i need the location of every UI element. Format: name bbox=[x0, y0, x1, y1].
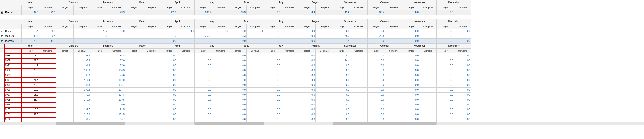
overall-year-compare: 79.5 bbox=[39, 10, 56, 15]
press-item-0098: 0098 23.4 170.9 109.5 0.0 0.0 0.0 0.0 0.… bbox=[0, 98, 644, 102]
press-item-0092: 0092 20.0 135.9 104.3 0.0 0.0 0.0 0.0 0.… bbox=[0, 68, 644, 73]
july-header: July bbox=[264, 0, 298, 5]
overall-expand[interactable]: ⊟ bbox=[0, 10, 4, 15]
presses-expand[interactable]: ⊟ bbox=[0, 39, 4, 44]
press-id-0088: 0088 bbox=[4, 53, 22, 58]
year-header: Year bbox=[4, 0, 56, 5]
january-header: January bbox=[56, 0, 91, 5]
press-item-0089: 0089 22.3 96.8 77.0 0.0 0.0 0.0 0.0 0.0 … bbox=[0, 58, 644, 63]
press-item-0093: 0093 13.8 88.8 76.6 0.0 0.0 0.0 0.0 0.0 … bbox=[0, 73, 644, 78]
april-header: April bbox=[160, 0, 195, 5]
month-header-row: Year January February March April May Ju… bbox=[0, 0, 644, 5]
overall-row: ⊟ Overall 62.3 79.5 73.9 131.3 369.2 13.… bbox=[0, 10, 644, 15]
presses-inner-header-month: Year January February March April May Ju… bbox=[0, 44, 644, 48]
press-item-0101: 0101 32.3 216.0 171.5 0.0 0.0 0.0 0.0 0.… bbox=[0, 112, 644, 117]
other-row: ⊞ Other 9.4 68.5 43.70.0 0.0 0.0 0.00.0 … bbox=[0, 29, 644, 34]
year-compare-col: Compare bbox=[39, 5, 56, 10]
presses-year-header: Year bbox=[4, 44, 56, 48]
other-expand[interactable]: ⊞ bbox=[0, 29, 4, 34]
press-item-0100: 0100 18.8 132.7 92.5 0.0 0.0 0.0 0.0 0.0… bbox=[0, 107, 644, 112]
welders-label: Welders bbox=[4, 34, 22, 39]
press-item-0095: 0095 20.8 133.3 115.7 0.0 0.0 0.0 0.0 0.… bbox=[0, 83, 644, 88]
year-label-col bbox=[4, 5, 22, 10]
overall-year-target: 62.3 bbox=[22, 10, 39, 15]
year-target-col: Target bbox=[22, 5, 39, 10]
august-header: August bbox=[298, 0, 333, 5]
scrollbar-row[interactable] bbox=[0, 122, 644, 125]
press-item-0097: 0097 18.2 0.0 218.8 0.0 0.0 0.0 0.0 0.0 … bbox=[0, 93, 644, 98]
subheader-row: Target Compare TargetCompare TargetCompa… bbox=[0, 5, 644, 10]
press-item-0102: 0102 15.6 91.5 96.7 0.0 0.0 0.0 0.0 0.0 … bbox=[0, 117, 644, 122]
november-header: November bbox=[402, 0, 437, 5]
welders-row: ⊞ Welders 49.4 69.4 65.6 4.2 369.2 13.3 … bbox=[0, 34, 644, 39]
main-table: Year January February March April May Ju… bbox=[0, 0, 644, 125]
main-scroll-container[interactable]: Year January February March April May Ju… bbox=[0, 0, 644, 125]
presses-label: Presses bbox=[4, 39, 22, 44]
press-item-0088: 0088 15.0 93.3 86.4 0.0 0.0 0.0 0.0 0.0 … bbox=[0, 53, 644, 58]
empty-subheader bbox=[0, 5, 4, 10]
march-header: March bbox=[126, 0, 160, 5]
press-item-0091: 0091 14.9 91.6 87.0 0.0 0.0 0.0 0.0 0.0 … bbox=[0, 63, 644, 68]
press-item-0099: 0099 0.0 0.0 0.0 0.0 0.0 0.0 0.0 0.0 0.0… bbox=[0, 102, 644, 107]
press-item-0096: 0096 17.2 102.3 104.4 0.0 0.0 0.0 0.0 0.… bbox=[0, 88, 644, 93]
october-header: October bbox=[368, 0, 402, 5]
welders-expand[interactable]: ⊞ bbox=[0, 34, 4, 39]
other-label: Other bbox=[4, 29, 22, 34]
empty-header bbox=[0, 0, 4, 5]
s2-empty bbox=[0, 19, 4, 24]
presses-inner-subheader: Target Compare TargetCompare TargetCompa… bbox=[0, 48, 644, 53]
presses-row: ⊟ Presses 25.6 114.1 99.2 0.0 0.0 0.0 0.… bbox=[0, 39, 644, 44]
june-header: June bbox=[229, 0, 264, 5]
overall-label: Overall bbox=[4, 10, 22, 15]
s2-year-header: Year bbox=[4, 19, 56, 24]
s2-empty-sub bbox=[0, 24, 4, 29]
press-item-0094: 0094 21.4 149.4 107.0 0.0 0.0 0.0 0.0 0.… bbox=[0, 78, 644, 83]
section2-subheader: Target Compare TargetCompare TargetCompa… bbox=[0, 24, 644, 29]
february-header: February bbox=[91, 0, 126, 5]
september-header: September bbox=[333, 0, 368, 5]
may-header: May bbox=[195, 0, 229, 5]
december-header: December bbox=[437, 0, 471, 5]
section2-month-header: Year January February March April May Ju… bbox=[0, 19, 644, 24]
separator-row-1 bbox=[0, 15, 644, 19]
